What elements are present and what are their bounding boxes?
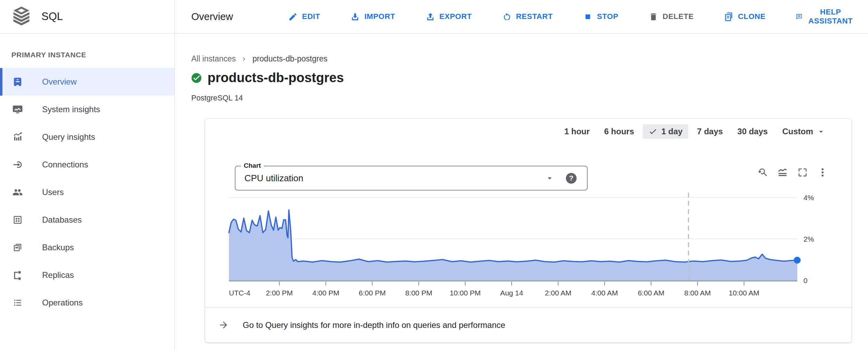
tab-label: 1 day [661, 127, 682, 136]
sidebar-item-overview[interactable]: Overview [0, 68, 174, 96]
breadcrumb: All instances products-db-postgres [191, 54, 868, 64]
breadcrumb-current: products-db-postgres [252, 54, 327, 64]
clone-icon [724, 12, 733, 21]
sidebar-item-label: Operations [42, 298, 83, 308]
stop-icon [583, 12, 592, 21]
restart-label: RESTART [516, 12, 553, 21]
edit-button[interactable]: EDIT [288, 12, 320, 21]
chart-select-value: CPU utilization [244, 173, 545, 184]
main-content: All instances products-db-postgres produ… [175, 33, 868, 350]
tab-30-days[interactable]: 30 days [732, 124, 773, 139]
svg-text:6:00 PM: 6:00 PM [359, 289, 386, 297]
sql-logo-icon [12, 7, 30, 27]
instance-title: products-db-postgres [208, 70, 344, 85]
delete-label: DELETE [663, 12, 694, 21]
stop-button[interactable]: STOP [583, 12, 618, 21]
chevron-down-icon [817, 127, 825, 136]
sidebar-item-connections[interactable]: Connections [0, 151, 174, 178]
restart-button[interactable]: RESTART [502, 12, 553, 21]
delete-button[interactable]: DELETE [649, 12, 694, 21]
query-insights-icon [12, 132, 23, 142]
import-label: IMPORT [364, 12, 395, 21]
status-check-icon [191, 72, 202, 84]
svg-text:2:00 AM: 2:00 AM [545, 289, 571, 297]
import-button[interactable]: IMPORT [350, 12, 395, 21]
breadcrumb-all-instances[interactable]: All instances [191, 54, 236, 64]
replicas-icon [12, 270, 23, 280]
sidebar-item-label: Overview [42, 77, 77, 87]
export-icon [426, 12, 435, 21]
product-name: SQL [41, 10, 63, 23]
tab-label: 30 days [737, 127, 768, 136]
instance-title-row: products-db-postgres [191, 70, 868, 85]
tab-label: 7 days [697, 127, 723, 136]
svg-text:4%: 4% [803, 194, 814, 202]
sidebar-item-databases[interactable]: Databases [0, 206, 174, 234]
export-button[interactable]: EXPORT [426, 12, 472, 21]
system-insights-icon [12, 104, 23, 115]
chevron-right-icon [240, 55, 248, 63]
chart-metric-select[interactable]: Chart CPU utilization ? [235, 166, 588, 191]
clone-button[interactable]: CLONE [724, 12, 765, 21]
svg-text:2:00 PM: 2:00 PM [266, 289, 293, 297]
chart-select-row: Chart CPU utilization ? [235, 166, 588, 191]
fullscreen-icon[interactable] [797, 167, 808, 178]
stop-label: STOP [597, 12, 618, 21]
svg-text:10:00 AM: 10:00 AM [729, 289, 760, 297]
chevron-down-icon [545, 174, 554, 183]
svg-text:2%: 2% [803, 235, 814, 243]
tab-7-days[interactable]: 7 days [692, 124, 729, 139]
restart-icon [502, 12, 512, 21]
tab-6-hours[interactable]: 6 hours [599, 124, 640, 139]
sidebar-section-label: PRIMARY INSTANCE [0, 51, 174, 59]
clone-label: CLONE [738, 12, 765, 21]
chart-type-icon[interactable] [777, 167, 788, 178]
sidebar-item-label: Query insights [42, 132, 95, 142]
chat-icon [796, 12, 802, 21]
sidebar-item-label: System insights [42, 105, 100, 114]
sidebar: PRIMARY INSTANCE Overview System insight… [0, 33, 175, 350]
svg-text:4:00 PM: 4:00 PM [312, 289, 339, 297]
svg-text:8:00 AM: 8:00 AM [684, 289, 711, 297]
sidebar-item-query-insights[interactable]: Query insights [0, 123, 174, 151]
more-vert-icon[interactable] [817, 167, 828, 178]
zoom-reset-icon[interactable] [757, 167, 768, 178]
sidebar-item-backups[interactable]: Backups [0, 234, 174, 261]
export-label: EXPORT [440, 12, 472, 21]
edit-label: EDIT [302, 12, 320, 21]
page-title: Overview [191, 11, 233, 22]
sidebar-item-system-insights[interactable]: System insights [0, 96, 174, 123]
svg-text:6:00 AM: 6:00 AM [638, 289, 664, 297]
help-assistant-button[interactable]: HELP ASSISTANT [796, 8, 854, 26]
sidebar-item-label: Backups [42, 243, 74, 252]
metrics-card: 1 hour 6 hours 1 day 7 days 30 days Cust… [205, 118, 852, 343]
sidebar-item-users[interactable]: Users [0, 178, 174, 206]
cloud-sql-console: SQL Overview EDIT IMPORT EXPORT RESTART [0, 0, 868, 350]
sidebar-item-operations[interactable]: Operations [0, 289, 174, 317]
sidebar-item-replicas[interactable]: Replicas [0, 261, 174, 289]
cpu-utilization-chart[interactable]: 2:00 PM4:00 PM6:00 PM8:00 PM10:00 PMAug … [205, 191, 852, 304]
help-icon[interactable]: ? [566, 173, 577, 184]
operations-icon [12, 298, 23, 308]
tab-1-day[interactable]: 1 day [643, 124, 688, 139]
app-header-left: SQL [0, 0, 175, 33]
sidebar-item-label: Users [42, 187, 64, 197]
time-range-tabs: 1 hour 6 hours 1 day 7 days 30 days Cust… [559, 124, 831, 139]
sidebar-item-label: Databases [42, 215, 82, 225]
backups-icon [12, 242, 23, 253]
users-icon [12, 187, 23, 197]
sidebar-item-label: Connections [42, 160, 88, 169]
sidebar-item-label: Replicas [42, 270, 74, 280]
chart-select-label: Chart [241, 162, 264, 169]
chart-toolbar [757, 167, 828, 178]
tab-custom[interactable]: Custom [777, 124, 831, 139]
connections-icon [12, 159, 23, 170]
check-icon [648, 127, 657, 136]
tab-1-hour[interactable]: 1 hour [559, 124, 595, 139]
tab-label: Custom [782, 127, 813, 136]
arrow-right-icon [218, 320, 229, 330]
svg-text:4:00 AM: 4:00 AM [591, 289, 618, 297]
query-insights-link-row[interactable]: Go to Query insights for more in-depth i… [205, 307, 851, 342]
instance-action-toolbar: EDIT IMPORT EXPORT RESTART STOP DELETE [288, 8, 854, 26]
trash-icon [649, 12, 658, 21]
